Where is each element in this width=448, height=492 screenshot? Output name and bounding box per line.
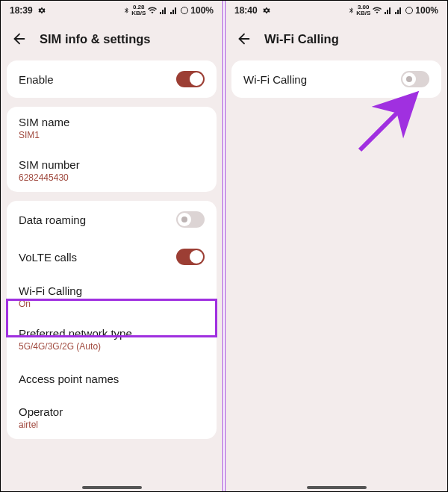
page-header: Wi-Fi Calling: [225, 20, 447, 60]
status-battery: 100%: [190, 5, 214, 16]
gear-icon: [262, 6, 271, 15]
page-title: Wi-Fi Calling: [264, 32, 339, 46]
status-time: 18:40: [234, 5, 258, 16]
toggle-data-roaming[interactable]: [176, 211, 205, 228]
row-sim-number[interactable]: SIM number 6282445430: [7, 149, 217, 192]
row-operator[interactable]: Operator airtel: [7, 396, 217, 439]
status-bar: 18:40 3.00KB/S 100%: [225, 1, 447, 20]
screenshot-left: 18:39 0.28KB/S 100% SIM info & settings …: [1, 1, 223, 491]
card-network: Data roaming VoLTE calls Wi-Fi Calling O…: [7, 201, 217, 439]
row-sim-name[interactable]: SIM name SIM1: [7, 107, 217, 149]
back-arrow-icon[interactable]: [11, 31, 28, 47]
sim-number-value: 6282445430: [19, 172, 69, 183]
gear-icon: [37, 6, 46, 15]
page-title: SIM info & settings: [40, 32, 151, 46]
wifi-calling-label: Wi-Fi Calling: [243, 73, 307, 86]
wifi-icon: [372, 6, 382, 15]
row-data-roaming[interactable]: Data roaming: [7, 201, 217, 238]
wifi-calling-label: Wi-Fi Calling: [19, 284, 82, 297]
volte-label: VoLTE calls: [19, 251, 77, 264]
svg-point-0: [181, 7, 188, 14]
status-battery: 100%: [415, 5, 438, 16]
bluetooth-icon: [348, 6, 355, 15]
signal-icon-1: [384, 6, 393, 15]
signal-icon-1: [159, 6, 168, 15]
bluetooth-icon: [123, 6, 130, 15]
page-header: SIM info & settings: [1, 20, 223, 60]
status-time: 18:39: [10, 5, 33, 16]
sim-name-value: SIM1: [19, 130, 40, 140]
enable-label: Enable: [19, 73, 54, 86]
sim-number-label: SIM number: [19, 158, 80, 171]
row-wifi-calling[interactable]: Wi-Fi Calling On: [7, 275, 217, 318]
data-roaming-label: Data roaming: [19, 214, 86, 226]
row-wifi-calling[interactable]: Wi-Fi Calling: [231, 60, 441, 98]
operator-value: airtel: [19, 420, 38, 430]
toggle-wifi-calling[interactable]: [401, 71, 429, 87]
wifi-icon: [147, 6, 158, 15]
home-indicator[interactable]: [307, 486, 367, 489]
card-enable: Enable: [7, 60, 217, 98]
pref-network-label: Preferred network type: [19, 327, 132, 340]
svg-point-1: [406, 7, 413, 14]
status-bar: 18:39 0.28KB/S 100%: [1, 1, 223, 20]
status-net: 0.28KB/S: [131, 4, 146, 16]
operator-label: Operator: [19, 405, 63, 418]
battery-icon: [180, 6, 189, 15]
screenshot-right: 18:40 3.00KB/S 100% Wi-Fi Calling Wi-Fi …: [225, 1, 447, 491]
apn-label: Access point names: [19, 373, 119, 385]
home-indicator[interactable]: [82, 486, 142, 489]
row-pref-network[interactable]: Preferred network type 5G/4G/3G/2G (Auto…: [7, 318, 217, 361]
signal-icon-2: [169, 6, 178, 15]
signal-icon-2: [394, 6, 403, 15]
card-wifi-calling: Wi-Fi Calling: [231, 60, 441, 98]
toggle-volte[interactable]: [176, 249, 205, 265]
sim-name-label: SIM name: [19, 116, 69, 128]
row-volte[interactable]: VoLTE calls: [7, 238, 217, 275]
pref-network-value: 5G/4G/3G/2G (Auto): [19, 341, 101, 352]
card-sim-info: SIM name SIM1 SIM number 6282445430: [7, 107, 217, 192]
row-enable[interactable]: Enable: [7, 60, 217, 98]
row-apn[interactable]: Access point names: [7, 361, 217, 396]
wifi-calling-value: On: [19, 299, 31, 309]
toggle-enable[interactable]: [176, 71, 205, 87]
back-arrow-icon[interactable]: [236, 31, 252, 47]
status-net: 3.00KB/S: [356, 4, 370, 16]
battery-icon: [405, 6, 414, 15]
